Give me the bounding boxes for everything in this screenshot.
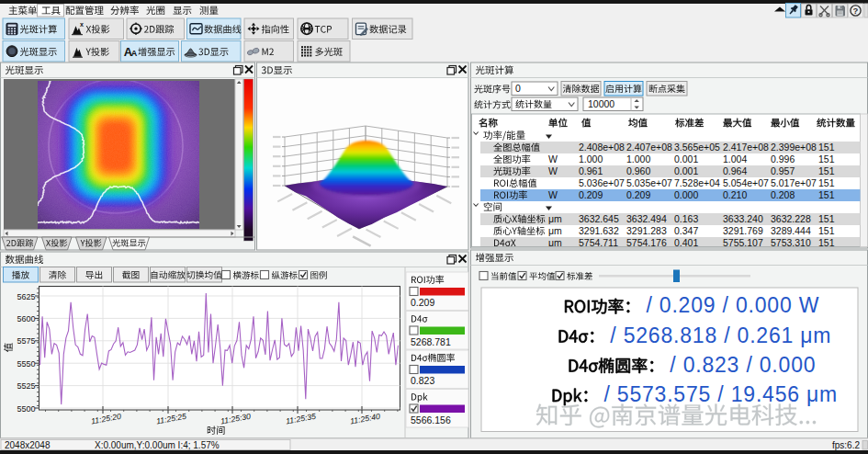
svg-text:3632.228: 3632.228 xyxy=(771,213,811,224)
svg-text:3632.494: 3632.494 xyxy=(626,213,667,224)
svg-text:X:0.00um,Y:0.00um I:4; 1.57%: X:0.00um,Y:0.00um I:4; 1.57% xyxy=(95,440,220,450)
svg-text:0.960: 0.960 xyxy=(626,165,650,176)
svg-text:3633.240: 3633.240 xyxy=(723,213,763,224)
svg-text:W: W xyxy=(548,165,558,176)
svg-text:10000: 10000 xyxy=(588,98,614,109)
svg-text:3291.769: 3291.769 xyxy=(723,225,763,236)
svg-text:151: 151 xyxy=(818,177,835,188)
svg-text:2.408e+08: 2.408e+08 xyxy=(579,142,625,153)
svg-text:0: 0 xyxy=(515,83,521,94)
svg-text:151: 151 xyxy=(818,225,835,236)
svg-text:0.209: 0.209 xyxy=(626,189,650,200)
svg-text:2048x2048: 2048x2048 xyxy=(5,440,51,450)
svg-text:5550: 5550 xyxy=(17,359,35,369)
svg-text:2.399e+08: 2.399e+08 xyxy=(771,142,817,153)
svg-text:0.347: 0.347 xyxy=(674,225,698,236)
svg-text:2.407e+08: 2.407e+08 xyxy=(626,142,672,153)
svg-text:0.209: 0.209 xyxy=(579,189,603,200)
svg-text:0.996: 0.996 xyxy=(771,153,795,165)
svg-text:5625: 5625 xyxy=(17,292,35,301)
svg-text:5525: 5525 xyxy=(17,381,35,391)
svg-text:?: ? xyxy=(853,6,859,16)
svg-text:0.163: 0.163 xyxy=(674,213,698,224)
svg-text:W: W xyxy=(548,189,558,200)
svg-text:0.209: 0.209 xyxy=(411,297,434,308)
svg-text:x: x xyxy=(80,21,84,28)
svg-text:μm: μm xyxy=(548,213,562,224)
svg-text:3.565e+05: 3.565e+05 xyxy=(674,142,720,153)
svg-text:0.964: 0.964 xyxy=(723,165,747,176)
svg-text:5600: 5600 xyxy=(17,314,35,323)
svg-text:5268.781: 5268.781 xyxy=(411,336,451,347)
svg-text:2.417e+08: 2.417e+08 xyxy=(723,142,769,153)
svg-text:0.001: 0.001 xyxy=(674,165,698,176)
svg-text:0.957: 0.957 xyxy=(771,165,795,176)
svg-text:/ 5573.575 / 19.456 μm: / 5573.575 / 19.456 μm xyxy=(603,382,838,406)
svg-text:151: 151 xyxy=(818,153,835,165)
svg-text:0.961: 0.961 xyxy=(579,165,603,176)
svg-text:5.035e+07: 5.035e+07 xyxy=(626,177,672,188)
svg-text:151: 151 xyxy=(818,189,835,200)
svg-text:5.017e+07: 5.017e+07 xyxy=(771,177,817,188)
svg-text:W: W xyxy=(548,153,558,165)
svg-text:A: A xyxy=(131,49,138,58)
svg-text:5575: 5575 xyxy=(17,336,35,346)
svg-text:1.004: 1.004 xyxy=(723,153,747,165)
svg-text:0.001: 0.001 xyxy=(674,153,698,165)
svg-text:3291.283: 3291.283 xyxy=(626,225,667,236)
svg-text:/ 0.823 / 0.000: / 0.823 / 0.000 xyxy=(670,353,816,377)
svg-text:μm: μm xyxy=(548,225,562,236)
svg-text:0.823: 0.823 xyxy=(411,375,434,386)
svg-text:5.036e+07: 5.036e+07 xyxy=(579,177,625,188)
svg-text:/ 0.209 / 0.000 W: / 0.209 / 0.000 W xyxy=(646,293,819,317)
svg-text:7.528e+04: 7.528e+04 xyxy=(674,177,720,188)
svg-text:fps:6.2: fps:6.2 xyxy=(832,440,860,450)
svg-text:3291.632: 3291.632 xyxy=(579,225,619,236)
svg-text:3289.444: 3289.444 xyxy=(771,225,811,236)
svg-text:1.000: 1.000 xyxy=(579,153,603,165)
svg-text:0.210: 0.210 xyxy=(723,189,747,200)
svg-text:5.054e+07: 5.054e+07 xyxy=(723,177,769,188)
svg-text:0.000: 0.000 xyxy=(674,189,698,200)
svg-text:0.208: 0.208 xyxy=(771,189,795,200)
svg-text:151: 151 xyxy=(818,213,835,224)
svg-text:1.000: 1.000 xyxy=(626,153,650,165)
svg-text:5566.156: 5566.156 xyxy=(411,414,451,426)
svg-text:/ 5268.818 / 0.261 μm: / 5268.818 / 0.261 μm xyxy=(610,323,831,347)
svg-text:151: 151 xyxy=(818,142,835,153)
svg-text:151: 151 xyxy=(818,165,835,176)
svg-text:3632.645: 3632.645 xyxy=(579,213,619,224)
svg-text:5500: 5500 xyxy=(17,404,35,414)
